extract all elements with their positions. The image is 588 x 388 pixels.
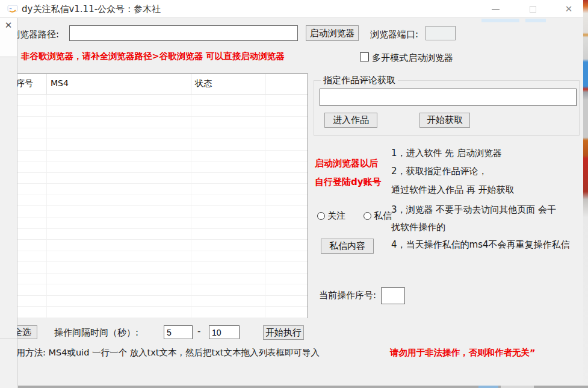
table-row[interactable]	[13, 161, 308, 173]
start-fetch-button[interactable]: 开始获取	[419, 113, 470, 128]
left-overlay-header: ✕	[0, 18, 17, 57]
table-cell	[265, 117, 308, 128]
table-row[interactable]	[13, 139, 308, 151]
table-cell	[13, 139, 47, 150]
table-cell	[13, 307, 47, 318]
minimize-button[interactable]	[485, 0, 506, 18]
table-cell	[191, 274, 265, 284]
table-row[interactable]	[13, 296, 308, 307]
table-row[interactable]	[13, 128, 308, 140]
background-window-artifact	[525, 19, 546, 22]
table-row[interactable]	[13, 307, 308, 318]
instruction-line-3: 通过软件进入作品 再 开始获取	[391, 184, 515, 196]
red-note-line1: 启动浏览器以后	[315, 158, 378, 169]
current-index-input[interactable]	[381, 287, 405, 304]
close-button[interactable]: ✕	[559, 0, 579, 18]
table-cell	[191, 251, 265, 262]
column-header-ms4[interactable]: MS4	[47, 74, 191, 94]
radio-dm[interactable]: 私信	[364, 210, 392, 222]
table-row[interactable]	[13, 117, 308, 128]
table-cell	[191, 217, 265, 228]
table-cell	[265, 240, 308, 251]
table-cell	[265, 307, 308, 318]
taskbar-sliver	[18, 386, 588, 388]
app-window: ≈ dy关注私信v1.11-公众号：参木社 ✕ 浏览器路径: 启动浏览器 浏览器…	[0, 0, 583, 388]
table-row[interactable]	[13, 151, 308, 162]
table-cell	[265, 217, 308, 228]
maximize-icon	[530, 6, 536, 13]
table-cell	[47, 206, 191, 217]
table-cell	[47, 117, 191, 128]
multi-open-checkbox[interactable]	[360, 52, 369, 61]
table-cell	[191, 106, 265, 117]
current-index-label: 当前操作序号:	[319, 290, 376, 301]
dm-content-button[interactable]: 私信内容	[321, 239, 374, 254]
illegal-use-warning: 请勿用于非法操作，否则和作者无关”	[390, 347, 536, 358]
background-window-artifact	[481, 19, 519, 22]
table-cell	[47, 229, 191, 240]
instruction-line-4: 3，浏览器 不要手动去访问其他页面 会干	[391, 204, 556, 216]
table-row[interactable]	[13, 229, 308, 240]
table-cell	[265, 173, 308, 184]
multi-open-checkbox-label: 多开模式启动浏览器	[372, 52, 453, 64]
table-row[interactable]	[13, 184, 308, 195]
table-cell	[47, 173, 191, 184]
enter-work-button[interactable]: 进入作品	[324, 113, 377, 128]
table-row[interactable]	[13, 262, 308, 274]
table-cell	[13, 95, 47, 105]
table-cell	[191, 206, 265, 217]
launch-browser-button[interactable]: 启动浏览器	[306, 25, 359, 41]
table-body[interactable]	[13, 95, 308, 318]
table-cell	[47, 262, 191, 273]
overlay-close-icon[interactable]: ✕	[2, 19, 14, 31]
table-cell	[191, 117, 265, 128]
table-header: 序号 MS4 状态	[13, 74, 308, 95]
table-row[interactable]	[13, 173, 308, 184]
table-cell	[47, 128, 191, 139]
table-row[interactable]	[13, 195, 308, 207]
table-row[interactable]	[13, 284, 308, 296]
table-row[interactable]	[13, 95, 308, 106]
table-cell	[191, 184, 265, 195]
table-cell	[13, 284, 47, 295]
column-header-status[interactable]: 状态	[191, 74, 265, 94]
table-cell	[191, 240, 265, 251]
interval-max-input[interactable]	[209, 325, 240, 339]
interval-label: 操作间隔时间（秒）:	[54, 327, 138, 339]
maximize-button[interactable]	[522, 0, 543, 18]
table-cell	[265, 161, 308, 172]
table-cell	[13, 128, 47, 139]
table-cell	[13, 106, 47, 117]
table-cell	[191, 229, 265, 240]
table-cell	[13, 161, 47, 172]
window-title: dy关注私信v1.11-公众号：参木社	[22, 4, 161, 15]
column-header-extra[interactable]	[265, 74, 308, 94]
minimize-icon	[492, 9, 500, 10]
radio-follow-icon	[317, 212, 325, 220]
table-cell	[265, 296, 308, 307]
browser-port-input[interactable]	[426, 26, 456, 40]
table-row[interactable]	[13, 251, 308, 263]
table-cell	[265, 206, 308, 217]
table-cell	[13, 251, 47, 262]
table-cell	[265, 184, 308, 195]
radio-follow[interactable]: 关注	[317, 210, 345, 222]
table-cell	[47, 95, 191, 105]
table-cell	[13, 173, 47, 184]
non-chrome-hint: 非谷歌浏览器，请补全浏览器路径>谷歌浏览器 可以直接启动浏览器	[21, 51, 285, 62]
table-row[interactable]	[13, 274, 308, 285]
ms4-list-table[interactable]: 序号 MS4 状态	[12, 74, 308, 318]
start-execute-button[interactable]: 开始执行	[263, 325, 304, 340]
browser-path-input[interactable]	[69, 25, 298, 41]
table-row[interactable]	[13, 206, 308, 217]
work-url-input[interactable]	[320, 89, 577, 106]
interval-min-input[interactable]	[164, 325, 193, 339]
table-row[interactable]	[13, 106, 308, 117]
table-cell	[13, 206, 47, 217]
table-row[interactable]	[13, 240, 308, 251]
column-header-index[interactable]: 序号	[13, 74, 47, 94]
table-row[interactable]	[13, 217, 308, 229]
table-cell	[13, 229, 47, 240]
table-cell	[191, 262, 265, 273]
table-cell	[47, 106, 191, 117]
